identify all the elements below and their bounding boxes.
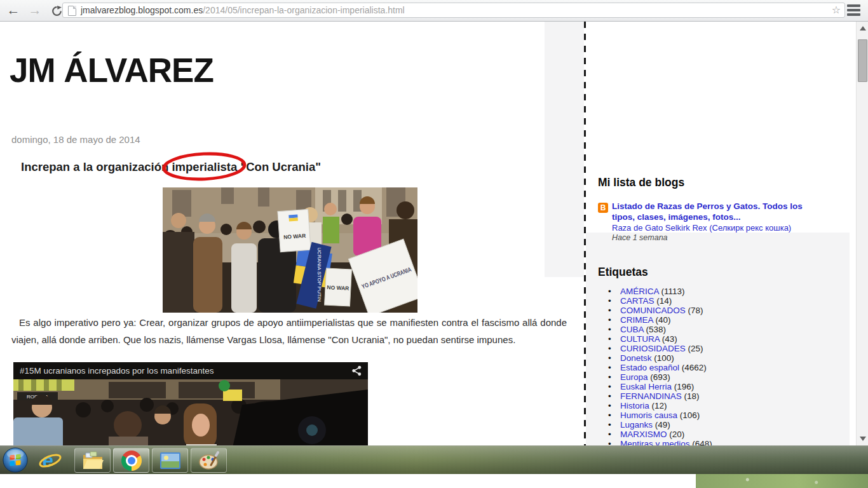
content-gutter	[545, 22, 584, 277]
scroll-down-icon[interactable]	[860, 437, 866, 441]
label-count: (78)	[686, 306, 703, 315]
post-title-circled-word: imperialista	[172, 160, 237, 174]
video-thumbnail: RODILLA	[13, 379, 368, 445]
reload-glyph	[51, 6, 62, 17]
label-item: Humoris causa (106)	[598, 410, 839, 420]
label-item: Historia (12)	[598, 401, 839, 410]
svg-text:UCRANIA STOP PUTIN: UCRANIA STOP PUTIN	[316, 247, 322, 302]
label-count: (1113)	[659, 287, 685, 296]
label-count: (4662)	[679, 363, 707, 372]
label-count: (648)	[690, 439, 712, 445]
label-item: MARXISMO (20)	[598, 430, 839, 439]
bloglist-entry-link[interactable]: Raza de Gato Selkirk Rex (Селкирк рекс к…	[612, 223, 828, 233]
label-link[interactable]: FERNANDINAS	[620, 391, 682, 401]
svg-text:e: e	[43, 450, 53, 471]
label-item: Luganks (49)	[598, 420, 839, 430]
label-count: (12)	[649, 401, 667, 410]
bloglist-heading: Mi lista de blogs	[598, 176, 684, 189]
label-count: (25)	[686, 344, 703, 353]
post-date: domingo, 18 de mayo de 2014	[11, 134, 140, 145]
address-bar[interactable]: jmalvarezblog.blogspot.com.es/2014/05/in…	[62, 3, 845, 18]
blogger-icon: B	[598, 203, 608, 213]
video-titlebar: #15M ucranianos increpados por los manif…	[13, 362, 368, 379]
blog-page: JM ÁLVAREZ domingo, 18 de mayo de 2014 I…	[0, 22, 856, 445]
labels-list: AMÉRICA (1113)CARTAS (14)COMUNICADOS (78…	[598, 287, 839, 445]
label-item: Donetsk (100)	[598, 353, 839, 363]
label-count: (43)	[660, 334, 677, 344]
dashed-divider	[584, 22, 586, 445]
photo-viewer-icon	[160, 452, 180, 469]
bloglist-link[interactable]: Listado de Razas de Perros y Gatos. Todo…	[612, 201, 822, 222]
label-link[interactable]: Estado español	[620, 363, 679, 372]
taskbar-explorer-button[interactable]	[74, 448, 111, 473]
bookmark-star-icon[interactable]: ☆	[832, 3, 841, 17]
label-item: Estado español (4662)	[598, 363, 839, 372]
label-link[interactable]: CRIMEA	[620, 315, 653, 325]
label-link[interactable]: COMUNICADOS	[620, 306, 686, 315]
label-item: CARTAS (14)	[598, 296, 839, 306]
label-item: CULTURA (43)	[598, 334, 839, 344]
url-domain: jmalvarezblog.blogspot.com.es	[81, 5, 203, 15]
label-item: FERNANDINAS (18)	[598, 391, 839, 401]
label-item: COMUNICADOS (78)	[598, 306, 839, 315]
post-title-tail: "Con Ucrania"	[237, 160, 321, 173]
label-link[interactable]: Historia	[620, 401, 649, 410]
label-link[interactable]: Humoris causa	[620, 410, 677, 420]
bloglist-age: Hace 1 semana	[612, 233, 668, 242]
screen: ← → jmalvarezblog.blogspot.com.es/2014/0…	[0, 0, 868, 488]
chrome-menu-icon[interactable]	[847, 4, 860, 16]
page-icon	[68, 6, 76, 16]
scrollbar-thumb[interactable]	[858, 39, 867, 82]
label-count: (14)	[654, 296, 672, 306]
label-item: CRIMEA (40)	[598, 315, 839, 325]
svg-text:NO WAR: NO WAR	[327, 284, 349, 292]
start-button[interactable]	[2, 447, 29, 473]
label-item: CUBA (538)	[598, 325, 839, 334]
label-count: (20)	[667, 430, 685, 439]
protest-sign-no-war-2: NO WAR	[325, 268, 352, 306]
label-link[interactable]: CARTAS	[620, 296, 654, 306]
label-link[interactable]: Europa	[620, 372, 648, 382]
label-item: Euskal Herria (196)	[598, 382, 839, 391]
label-link[interactable]: CURIOSIDADES	[620, 344, 686, 353]
page-scrollbar[interactable]	[856, 22, 868, 445]
label-count: (40)	[653, 315, 671, 325]
label-count: (100)	[652, 353, 674, 363]
share-icon[interactable]	[351, 365, 362, 376]
video-title[interactable]: #15M ucranianos increpados por los manif…	[20, 362, 214, 379]
label-link[interactable]: CUBA	[620, 325, 644, 334]
scroll-up-icon[interactable]	[860, 26, 866, 30]
explorer-folder-icon	[82, 451, 104, 470]
back-icon[interactable]: ←	[5, 1, 22, 19]
canvas-strip	[0, 474, 696, 488]
wallpaper-corner	[696, 474, 868, 488]
post-body-text: Es algo imperativo pero ya: Crear, organ…	[11, 315, 567, 348]
label-link[interactable]: Euskal Herria	[620, 382, 672, 391]
label-link[interactable]: Donetsk	[620, 353, 652, 363]
label-count: (538)	[644, 325, 666, 334]
label-link[interactable]: Mentiras y medios	[620, 439, 690, 445]
browser-toolbar: ← → jmalvarezblog.blogspot.com.es/2014/0…	[0, 0, 868, 22]
video-player[interactable]: RODILLA	[13, 362, 368, 445]
url-text[interactable]: jmalvarezblog.blogspot.com.es/2014/05/in…	[81, 3, 405, 17]
url-path: /2014/05/increpan-la-organizacion-imperi…	[203, 5, 405, 15]
internet-explorer-icon[interactable]: e	[38, 449, 62, 473]
label-count: (106)	[677, 410, 700, 420]
label-count: (18)	[682, 391, 700, 401]
label-item: Europa (693)	[598, 372, 839, 382]
label-count: (196)	[672, 382, 694, 391]
taskbar-paint-button[interactable]	[191, 448, 227, 473]
forward-icon[interactable]: →	[27, 1, 43, 19]
post-title: Increpan a la organización imperialista …	[21, 160, 321, 174]
label-link[interactable]: CULTURA	[620, 334, 660, 344]
label-count: (49)	[653, 420, 670, 430]
label-link[interactable]: Luganks	[620, 420, 653, 430]
label-link[interactable]: MARXISMO	[620, 430, 667, 439]
post-photo[interactable]: NO WAR UCRANIA STOP PUTIN NO WAR YO APOY…	[163, 187, 417, 313]
protest-sign-no-war-1: NO WAR	[278, 209, 311, 252]
taskbar-photo-viewer-button[interactable]	[152, 448, 188, 473]
taskbar-chrome-button[interactable]	[113, 448, 149, 473]
labels-heading: Etiquetas	[598, 266, 648, 279]
chrome-icon	[121, 451, 142, 471]
label-link[interactable]: AMÉRICA	[620, 287, 659, 296]
